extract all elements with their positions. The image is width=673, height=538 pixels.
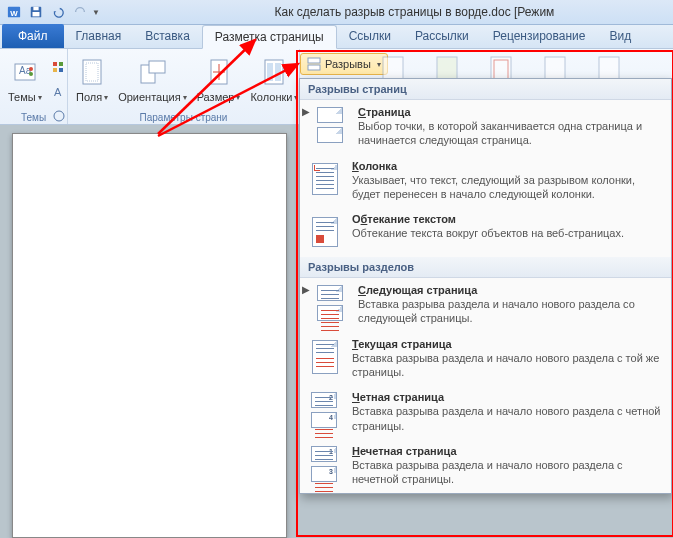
menu-item-next-page[interactable]: ▶ Следующая страница Вставка разрыва раз… — [300, 278, 671, 332]
svg-point-8 — [29, 72, 33, 76]
margins-button[interactable]: Поля▾ — [72, 55, 112, 105]
tab-page-layout[interactable]: Разметка страницы — [202, 25, 337, 49]
save-icon[interactable] — [26, 3, 46, 21]
themes-label: Темы — [8, 91, 36, 103]
themes-button[interactable]: Aa Темы▾ — [4, 55, 46, 105]
column-break-icon — [308, 160, 342, 198]
page-break-icon — [314, 106, 348, 144]
tab-mailings[interactable]: Рассылки — [403, 24, 481, 48]
size-button[interactable]: Размер▾ — [193, 55, 245, 105]
even-page-section-icon: 2 4 — [308, 391, 342, 429]
menu-item-desc: Обтекание текста вокруг объектов на веб-… — [352, 226, 663, 240]
menu-item-desc: Вставка разрыва раздела и начало нового … — [352, 404, 663, 433]
redo-icon[interactable] — [70, 3, 90, 21]
columns-icon — [258, 57, 290, 89]
tab-insert[interactable]: Вставка — [133, 24, 202, 48]
menu-section-section-breaks: Разрывы разделов — [300, 257, 671, 278]
breaks-icon — [307, 57, 321, 71]
group-page-setup: Поля▾ Ориентация▾ Размер▾ Колонки▾ Парам… — [68, 49, 300, 124]
tab-file[interactable]: Файл — [2, 24, 64, 48]
svg-rect-18 — [149, 61, 165, 73]
document-page[interactable] — [12, 133, 287, 538]
svg-rect-3 — [33, 7, 38, 11]
svg-rect-23 — [308, 58, 320, 63]
menu-selector-icon: ▶ — [302, 284, 308, 295]
menu-item-odd-page[interactable]: 1 3 Нечетная страница Вставка разрыва ра… — [300, 439, 671, 493]
svg-rect-24 — [308, 65, 320, 70]
group-label-themes: Темы — [0, 112, 67, 123]
odd-page-section-icon: 1 3 — [308, 445, 342, 483]
margins-label: Поля — [76, 91, 102, 103]
theme-fonts-button[interactable]: A — [48, 81, 70, 103]
menu-item-desc: Выбор точки, в которой заканчивается одн… — [358, 119, 663, 148]
svg-rect-11 — [53, 68, 57, 72]
size-label: Размер — [197, 91, 235, 103]
group-label-page-setup: Параметры страни — [68, 112, 299, 123]
menu-item-desc: Вставка разрыва раздела и начало нового … — [352, 351, 663, 380]
group-themes: Aa Темы▾ A Темы — [0, 49, 68, 124]
tab-home[interactable]: Главная — [64, 24, 134, 48]
menu-item-desc: Вставка разрыва раздела и начало нового … — [352, 458, 663, 487]
svg-point-7 — [29, 67, 33, 71]
orientation-icon — [136, 57, 168, 89]
columns-button[interactable]: Колонки▾ — [246, 55, 302, 105]
svg-rect-12 — [59, 68, 63, 72]
qat-customize-icon[interactable]: ▼ — [92, 8, 100, 17]
tab-view[interactable]: Вид — [597, 24, 643, 48]
breaks-button[interactable]: Разрывы ▾ — [300, 53, 388, 75]
ribbon-tabs: Файл Главная Вставка Разметка страницы С… — [0, 25, 673, 49]
menu-item-text-wrapping[interactable]: Обтекание текстом Обтекание текста вокру… — [300, 207, 671, 257]
svg-rect-9 — [53, 62, 57, 66]
themes-icon: Aa — [9, 57, 41, 89]
svg-rect-4 — [33, 12, 40, 16]
orientation-button[interactable]: Ориентация▾ — [114, 55, 190, 105]
continuous-section-icon — [308, 338, 342, 376]
text-wrapping-icon — [308, 213, 342, 251]
menu-item-column[interactable]: Колонка Указывает, что текст, следующий … — [300, 154, 671, 208]
breaks-label: Разрывы — [325, 58, 371, 70]
svg-rect-22 — [275, 63, 281, 81]
svg-rect-21 — [267, 63, 273, 81]
quick-access-toolbar: W ▼ — [4, 3, 100, 21]
tab-review[interactable]: Рецензирование — [481, 24, 598, 48]
svg-text:W: W — [10, 9, 18, 18]
menu-item-page[interactable]: ▶ Страница Выбор точки, в которой заканч… — [300, 100, 671, 154]
menu-section-page-breaks: Разрывы страниц — [300, 79, 671, 100]
margins-icon — [76, 57, 108, 89]
word-app-icon[interactable]: W — [4, 3, 24, 21]
window-title: Как сделать разрыв страницы в ворде.doc … — [100, 5, 669, 19]
size-icon — [203, 57, 235, 89]
orientation-label: Ориентация — [118, 91, 180, 103]
svg-rect-10 — [59, 62, 63, 66]
breaks-dropdown-menu: Разрывы страниц ▶ Страница Выбор точки, … — [299, 78, 672, 494]
menu-item-even-page[interactable]: 2 4 Четная страница Вставка разрыва разд… — [300, 385, 671, 439]
menu-item-desc: Вставка разрыва раздела и начало нового … — [358, 297, 663, 326]
undo-icon[interactable] — [48, 3, 68, 21]
svg-text:A: A — [54, 86, 62, 98]
menu-item-desc: Указывает, что текст, следующий за разры… — [352, 173, 663, 202]
columns-label: Колонки — [250, 91, 292, 103]
theme-colors-button[interactable] — [48, 57, 70, 79]
menu-selector-icon: ▶ — [302, 106, 308, 117]
next-page-section-icon — [314, 284, 348, 322]
menu-item-continuous[interactable]: Текущая страница Вставка разрыва раздела… — [300, 332, 671, 386]
tab-references[interactable]: Ссылки — [337, 24, 403, 48]
title-bar: W ▼ Как сделать разрыв страницы в ворде.… — [0, 0, 673, 25]
